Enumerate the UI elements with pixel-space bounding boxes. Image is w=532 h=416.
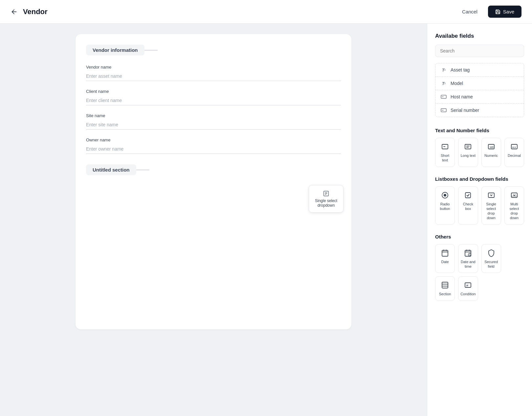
radio-button-card[interactable]: Radio button xyxy=(435,186,455,225)
svg-point-19 xyxy=(444,194,446,197)
date-icon xyxy=(440,248,450,258)
svg-text:12.5: 12.5 xyxy=(512,146,516,148)
others-title: Others xyxy=(435,234,524,239)
available-field-serial[interactable]: Serial number xyxy=(435,104,524,117)
svg-text:123: 123 xyxy=(490,146,494,148)
section-icon xyxy=(440,281,450,290)
site-name-field: Site name xyxy=(86,113,341,130)
client-name-field: Client name xyxy=(86,89,341,105)
single-select-label: Single select drop down xyxy=(484,202,499,220)
available-field-hostname[interactable]: Host name xyxy=(435,90,524,104)
text-number-section: Text and Number fields Short text xyxy=(435,128,524,167)
condition-icon: IF xyxy=(463,281,473,290)
textbox-icon-hostname xyxy=(440,95,447,99)
search-input[interactable] xyxy=(435,45,524,57)
vendor-name-label: Vendor name xyxy=(86,65,341,70)
listboxes-grid: Radio button Check box xyxy=(435,186,524,225)
single-select-card[interactable]: Single select drop down xyxy=(481,186,501,225)
section-card[interactable]: Section xyxy=(435,276,455,301)
save-button[interactable]: Save xyxy=(488,6,521,18)
drag-icon xyxy=(322,190,330,197)
decimal-icon: 12.5 xyxy=(510,142,519,151)
textbox-icon-serial xyxy=(440,108,447,112)
available-fields-list: Tı Asset tag Tı Model Host name xyxy=(435,63,524,117)
svg-rect-22 xyxy=(511,193,517,198)
datetime-icon xyxy=(463,248,473,258)
text-number-title: Text and Number fields xyxy=(435,128,524,133)
vendor-section-title: Vendor information xyxy=(86,45,144,55)
main-layout: Vendor information Vendor name Client na… xyxy=(0,24,532,416)
back-button[interactable] xyxy=(11,8,18,15)
short-text-card[interactable]: Short text xyxy=(435,138,455,167)
untitled-section-title: Untitled section xyxy=(86,164,136,175)
text-number-grid: Short text Long text xyxy=(435,138,524,167)
others-grid-row2: Section IF Condition xyxy=(435,276,524,301)
header-actions: Cancel Save xyxy=(457,6,521,18)
svg-rect-21 xyxy=(488,193,494,198)
secured-field-card[interactable]: Secured field xyxy=(481,244,501,273)
long-text-icon xyxy=(463,142,473,151)
site-name-label: Site name xyxy=(86,113,341,118)
untitled-section-header: Untitled section xyxy=(86,164,341,175)
multi-select-card[interactable]: Multi select drop down xyxy=(504,186,524,225)
cancel-button[interactable]: Cancel xyxy=(457,6,483,17)
site-name-input[interactable] xyxy=(86,120,341,130)
svg-rect-20 xyxy=(465,193,471,198)
secured-label: Secured field xyxy=(484,260,499,269)
check-box-card[interactable]: Check box xyxy=(458,186,478,225)
right-panel: Availabe fields Tı Asset tag Tı Model H xyxy=(427,24,532,416)
form-area: Vendor information Vendor name Client na… xyxy=(0,24,427,416)
svg-rect-24 xyxy=(442,250,448,256)
long-text-label: Long text xyxy=(461,153,476,158)
decimal-card[interactable]: 12.5 Decimal xyxy=(504,138,524,167)
owner-name-field: Owner name xyxy=(86,137,341,154)
available-field-label-asset-tag: Asset tag xyxy=(451,67,470,73)
checkbox-icon xyxy=(463,191,473,200)
short-text-icon xyxy=(440,142,450,151)
multi-select-icon xyxy=(510,191,519,200)
radio-icon xyxy=(440,191,450,200)
vendor-name-input[interactable] xyxy=(86,72,341,81)
drag-tooltip[interactable]: Single select dropdown xyxy=(309,185,344,213)
multi-select-label: Multi select drop down xyxy=(507,202,522,220)
svg-rect-11 xyxy=(465,144,471,149)
client-name-label: Client name xyxy=(86,89,341,94)
header-left: Vendor xyxy=(11,8,48,16)
datetime-card[interactable]: Date and time xyxy=(458,244,478,273)
listboxes-title: Listboxes and Dropdown fields xyxy=(435,176,524,182)
drag-tooltip-label: Single select dropdown xyxy=(315,198,337,208)
check-box-label: Check box xyxy=(460,202,476,211)
condition-label: Condition xyxy=(460,292,476,296)
others-grid-row1: Date Date and time xyxy=(435,244,524,273)
available-field-label-serial: Serial number xyxy=(451,108,479,113)
datetime-label: Date and time xyxy=(460,260,476,269)
form-card: Vendor information Vendor name Client na… xyxy=(76,34,351,329)
svg-rect-33 xyxy=(442,282,448,288)
others-section: Others Date xyxy=(435,234,524,301)
available-fields-title: Availabe fields xyxy=(435,33,524,39)
listboxes-section: Listboxes and Dropdown fields Radio butt… xyxy=(435,176,524,225)
page-title: Vendor xyxy=(23,8,48,16)
client-name-input[interactable] xyxy=(86,96,341,105)
header: Vendor Cancel Save xyxy=(0,0,532,24)
single-select-icon xyxy=(487,191,496,200)
short-text-label: Short text xyxy=(437,153,453,163)
available-field-asset-tag[interactable]: Tı Asset tag xyxy=(435,63,524,77)
owner-name-input[interactable] xyxy=(86,144,341,154)
numeric-label: Numeric xyxy=(484,153,498,158)
decimal-label: Decimal xyxy=(508,153,521,158)
text-icon-model: Tı xyxy=(440,81,447,86)
available-field-label-hostname: Host name xyxy=(451,94,473,99)
available-field-model[interactable]: Tı Model xyxy=(435,77,524,90)
vendor-name-field: Vendor name xyxy=(86,65,341,81)
date-label: Date xyxy=(441,260,449,264)
condition-card[interactable]: IF Condition xyxy=(458,276,478,301)
save-icon xyxy=(495,9,500,14)
long-text-card[interactable]: Long text xyxy=(458,138,478,167)
section-label: Section xyxy=(439,292,451,296)
date-card[interactable]: Date xyxy=(435,244,455,273)
owner-name-label: Owner name xyxy=(86,137,341,142)
available-field-label-model: Model xyxy=(451,81,463,86)
numeric-card[interactable]: 123 Numeric xyxy=(481,138,501,167)
vendor-section-header: Vendor information xyxy=(86,45,341,55)
